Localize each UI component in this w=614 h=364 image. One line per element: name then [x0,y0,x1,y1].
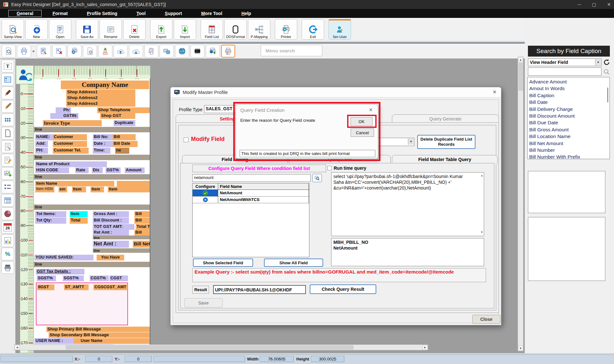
field-caption-item[interactable]: Bill Discount Amount [529,112,610,119]
calendar-tool[interactable]: 26 [1,221,14,234]
field-st-amtt[interactable]: ST_AMTT [64,284,89,290]
field-tot-items-label[interactable]: Tot Items: [35,211,66,217]
field-ph2-label[interactable]: PH: [35,148,48,154]
field-hsn-code[interactable]: HSN CODE [35,167,69,173]
tab-query-generate[interactable]: Query Generate [392,114,499,123]
user-refresh-button[interactable] [16,66,34,84]
scroll-left-icon[interactable]: ◄ [14,345,20,350]
user-import-button[interactable] [98,45,112,58]
field-search-input[interactable]: netamount [192,174,311,182]
field-gst-pct[interactable]: GST% [106,167,121,173]
table-tool[interactable] [1,194,14,207]
grid-dots-tool[interactable] [1,113,14,126]
scroll-up-icon[interactable]: ▲ [518,57,523,62]
field-iigst[interactable]: IIGST [37,284,54,290]
menu-profile-setting[interactable]: Profile Setting [79,10,126,17]
pencil-tool[interactable] [1,100,14,113]
field-user-name-label[interactable]: USER NAME : [35,338,74,344]
field-cgscgst-amt[interactable]: CGSCGST_AMT [93,284,128,290]
field-list-button[interactable]: Field List [201,19,223,40]
field-shop-address3[interactable]: Shop Address3 [66,101,135,107]
save-button[interactable]: Save [184,298,223,307]
field-bill-discount-value[interactable]: Bill [134,218,150,224]
field-rate[interactable]: Rate [75,167,89,173]
menu-more-tool[interactable]: More Tool [193,10,231,17]
save-as-button[interactable]: Save As [76,19,98,40]
page-setup-button[interactable] [83,45,97,58]
toolbar-overflow-chevron[interactable]: » [32,49,36,53]
show-all-field-button[interactable]: Show All Field [264,259,323,267]
minimize-button[interactable]: ─ [578,2,581,7]
field-tot-qty-label[interactable]: Tot Qty: [35,218,66,224]
menu-tool[interactable]: Tool [128,10,154,17]
printer-service-button[interactable] [206,45,220,58]
field-caption-item[interactable]: Bill Number With Prefix [529,153,610,159]
page-tool[interactable] [1,127,14,140]
menu-support[interactable]: Support [156,10,190,17]
field-net-amt-value[interactable]: Bill Net [133,241,150,248]
open-button[interactable]: Open [49,19,71,40]
bar-chart-tool[interactable] [1,234,14,247]
field-tot-gst-label[interactable]: TOT GST AMT: [93,224,134,230]
table-row[interactable]: NetAmount [193,190,309,197]
pie-chart-tool[interactable] [1,207,14,220]
field-line[interactable]: line [34,174,150,180]
layout-tool[interactable] [1,73,14,86]
dialog-title-bar[interactable]: Modify Master Profile ✕ [171,87,501,97]
field-item-qty[interactable]: Item [72,187,86,192]
scrollbar-thumb[interactable] [66,345,354,350]
field-time-value[interactable]: ne [115,148,129,154]
field-line[interactable]: line [34,155,150,160]
field-caption-item[interactable]: Bill Delivery Charge [529,106,610,112]
field-line[interactable]: line [34,127,150,132]
field-net-amt-label[interactable]: Net Amt : [93,241,129,248]
field-caption-search-input[interactable] [528,67,602,76]
field-ret-amt-label[interactable]: Ret Amt : [93,230,129,236]
field-sgst-pct-2[interactable]: SGST% [63,275,84,281]
field-ph-label[interactable]: Ph: [56,107,71,113]
ok-button[interactable]: OK [351,117,372,126]
field-bill-date[interactable]: Bill Date [113,141,138,147]
field-caption-item[interactable]: Amout In Words [529,85,610,92]
field-shop-primary-msg[interactable]: Shop Primary Bill Message [46,327,150,332]
printer-button[interactable]: Printer [275,19,297,40]
menu-general[interactable]: General [8,10,42,17]
new-button[interactable]: New [25,19,48,40]
active-print-tool-button[interactable] [221,45,235,58]
menu-help[interactable]: Help [233,10,259,17]
menu-search-input[interactable] [261,45,322,56]
field-gross-amt-value[interactable]: Bill [134,211,150,217]
field-caption-item[interactable]: Bill Gross Amount [529,126,610,133]
field-dis[interactable]: Dis [92,167,103,173]
field-amount[interactable]: Amount [125,167,145,173]
field-ret-amt-value[interactable]: Bill [134,230,150,236]
list-scrollbar-thumb[interactable] [607,88,608,102]
close-button[interactable]: ✕ [607,2,611,7]
numbered-list-tool[interactable] [1,181,14,193]
field-caption-item[interactable]: Bill Number [529,147,610,153]
field-gstin-label[interactable]: GSTIN: [50,113,78,119]
field-gross-amt-label[interactable]: Gross Amt : [93,211,129,217]
show-selected-field-button[interactable]: Show Selected Field [193,259,253,267]
refresh-icon[interactable] [603,58,610,66]
query-dialog-close-icon[interactable]: ✕ [369,107,373,113]
field-caption-item[interactable]: Bill Net Amount [529,140,610,147]
field-line[interactable]: line [34,262,150,267]
field-gst-tax-details[interactable]: GST Tax Details : [36,269,84,275]
field-invoice-type[interactable]: Invoice Type [43,120,102,126]
rename-button[interactable]: Rename [100,19,122,40]
chevron-down-icon[interactable]: ▼ [408,138,414,145]
ser-user-button[interactable]: Ser-User [329,19,351,40]
field-shop-secondary-msg[interactable]: Shop Secondary Bill Message [49,332,150,338]
delete-button[interactable]: Delete [123,19,146,40]
field-line[interactable]: line [93,236,150,239]
p-mapping-button[interactable]: P-Mapping [248,19,270,40]
format-settings-button[interactable] [37,45,51,58]
field-item-rate[interactable]: Item [91,187,104,192]
pen-tool[interactable] [1,87,14,99]
vertical-scrollbar[interactable]: ▲ ▼ [518,57,523,351]
modify-field-checkbox[interactable] [184,137,188,142]
field-bill-discount-label[interactable]: Bill Discount : [93,218,129,224]
field-shop-telephone[interactable]: Shop Telephone [97,107,150,113]
printer-config-button[interactable] [68,45,82,58]
